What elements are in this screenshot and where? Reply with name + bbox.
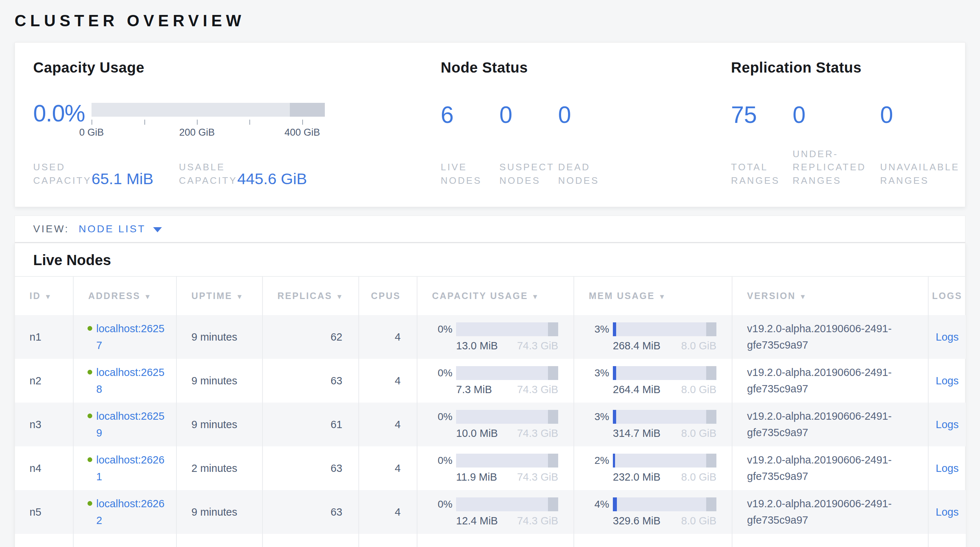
version-cell: v19.2.0-alpha.20190606-2491-gfe735c9a97 xyxy=(732,446,928,490)
column-header-address[interactable]: ADDRESS▼ xyxy=(73,277,177,315)
mem-usage-cell: 3% 264.4 MiB 8.0 GiB xyxy=(574,359,732,402)
capacity-percent-label: 0% xyxy=(431,411,456,423)
cpus-cell: 4 xyxy=(359,446,417,490)
logs-link[interactable]: Logs xyxy=(936,375,959,386)
capacity-usage-bar xyxy=(456,322,558,336)
node-list-dropdown[interactable]: NODE LIST xyxy=(79,223,162,235)
capacity-bar-dark-segment xyxy=(548,454,558,467)
capacity-percent: 0.0% xyxy=(33,100,92,127)
chevron-down-icon xyxy=(153,227,162,232)
capacity-usage-cell: 0% 12.4 MiB 74.3 GiB xyxy=(417,490,574,534)
mem-bar-fill xyxy=(613,454,615,467)
capacity-bar-dark-segment xyxy=(548,366,558,380)
capacity-usage-bar xyxy=(456,366,558,380)
capacity-percent-label: 0% xyxy=(431,498,456,510)
under-replicated-ranges-metric: 0 UNDER- REPLICATED RANGES xyxy=(792,102,880,187)
column-header-cpus[interactable]: CPUS xyxy=(359,277,417,315)
logs-cell: Logs xyxy=(928,402,966,446)
mem-bar-dark-segment xyxy=(706,410,716,424)
capacity-bar-dark-segment xyxy=(548,498,558,511)
mem-bar-dark-segment xyxy=(706,366,716,380)
column-header-version[interactable]: VERSION▼ xyxy=(732,277,928,315)
cluster-summary-card: Capacity Usage 0.0% xyxy=(14,42,966,207)
capacity-usage-bar xyxy=(456,454,558,467)
node-id-cell: n2 xyxy=(15,359,73,402)
mem-percent-label: 3% xyxy=(587,367,613,379)
column-header-replicas[interactable]: REPLICAS▼ xyxy=(262,277,359,315)
table-row: n5 localhost:26262 9 minutes 63 4 0% 12.… xyxy=(15,490,966,534)
view-toolbar: VIEW: NODE LIST xyxy=(14,216,966,243)
mem-bar-dark-segment xyxy=(706,498,716,511)
node-address-link[interactable]: localhost:26262 xyxy=(96,495,168,529)
suspect-nodes-label: SUSPECT NODES xyxy=(500,161,558,187)
capacity-total-value: 74.3 GiB xyxy=(517,515,558,527)
node-list-dropdown-label: NODE LIST xyxy=(79,223,146,235)
column-header-mem-usage[interactable]: MEM USAGE▼ xyxy=(574,277,732,315)
replication-status-section: Replication Status 75 TOTAL RANGES 0 UND… xyxy=(731,59,947,187)
column-header-uptime[interactable]: UPTIME▼ xyxy=(177,277,262,315)
mem-percent-label: 3% xyxy=(587,323,613,335)
capacity-percent-label: 0% xyxy=(431,367,456,379)
live-nodes-value: 6 xyxy=(441,102,500,128)
logs-cell: Logs xyxy=(928,315,966,359)
live-status-dot-icon xyxy=(88,413,92,418)
live-status-dot-icon xyxy=(88,370,92,375)
replication-status-title: Replication Status xyxy=(731,59,947,76)
capacity-percent-label: 0% xyxy=(431,455,456,466)
usable-capacity-stat: USABLE CAPACITY 445.6 GiB xyxy=(179,161,307,187)
used-capacity-stat: USED CAPACITY 65.1 MiB xyxy=(33,161,153,187)
capacity-usage-cell: 0% 13.0 MiB 74.3 GiB xyxy=(417,315,574,359)
mem-percent-label: 3% xyxy=(587,411,613,423)
node-address-cell: localhost:26261 xyxy=(73,446,177,490)
node-address-link[interactable]: localhost:26257 xyxy=(96,320,168,354)
replicas-cell: 63 xyxy=(262,490,359,534)
uptime-cell: 2 minutes xyxy=(177,446,262,490)
cluster-overview-page: CLUSTER OVERVIEW Capacity Usage 0.0% xyxy=(0,0,980,547)
column-header-capacity-usage[interactable]: CAPACITY USAGE▼ xyxy=(417,277,574,315)
column-header-id[interactable]: ID▼ xyxy=(15,277,73,315)
sort-desc-icon: ▼ xyxy=(531,293,539,301)
usable-capacity-value: 445.6 GiB xyxy=(237,171,307,187)
capacity-used-value: 11.9 MiB xyxy=(456,471,497,483)
live-nodes-table: ID▼ ADDRESS▼ UPTIME▼ REPLICAS▼ CPUS CAPA… xyxy=(15,276,966,547)
logs-cell: Logs xyxy=(928,490,966,534)
mem-bar-fill xyxy=(613,410,616,424)
used-capacity-label: USED CAPACITY xyxy=(33,161,92,187)
usable-capacity-label: USABLE CAPACITY xyxy=(179,161,237,187)
node-address-link[interactable]: localhost:26258 xyxy=(96,364,168,398)
suspect-nodes-value: 0 xyxy=(500,102,558,128)
mem-bar-fill xyxy=(613,498,617,511)
uptime-cell: 9 minutes xyxy=(177,359,262,402)
logs-link[interactable]: Logs xyxy=(936,463,959,474)
logs-link[interactable]: Logs xyxy=(936,419,959,430)
unavailable-ranges-label: UNAVAILABLE RANGES xyxy=(880,161,947,187)
total-ranges-metric: 75 TOTAL RANGES xyxy=(731,102,792,187)
live-nodes-metric: 6 LIVE NODES xyxy=(441,102,500,187)
node-id-cell: n1 xyxy=(15,315,73,359)
logs-link[interactable]: Logs xyxy=(936,506,959,518)
sort-desc-icon: ▼ xyxy=(45,293,52,301)
capacity-meter-dark-segment xyxy=(290,103,325,117)
version-cell: v19.2.0-alpha.20190606-2491-gfe735c9a97 xyxy=(732,490,928,534)
logs-cell: Logs xyxy=(928,359,966,402)
mem-used-value: 264.4 MiB xyxy=(613,384,660,396)
node-address-link[interactable]: localhost:26261 xyxy=(96,452,168,485)
live-status-dot-icon xyxy=(88,326,92,331)
mem-usage-bar xyxy=(613,498,716,511)
mem-total-value: 8.0 GiB xyxy=(681,471,716,483)
capacity-bar-dark-segment xyxy=(548,410,558,424)
dead-nodes-label: DEAD NODES xyxy=(558,161,617,187)
cpus-cell: 4 xyxy=(359,402,417,446)
node-address-link[interactable]: localhost:26259 xyxy=(96,408,168,442)
sort-desc-icon: ▼ xyxy=(800,293,808,301)
under-replicated-ranges-value: 0 xyxy=(792,102,880,128)
uptime-cell: 9 minutes xyxy=(177,490,262,534)
capacity-usage-bar xyxy=(456,498,558,511)
table-row: n3 localhost:26259 9 minutes 61 4 0% 10.… xyxy=(15,402,966,446)
uptime-cell: 9 minutes xyxy=(177,315,262,359)
capacity-usage-bar xyxy=(456,410,558,424)
logs-link[interactable]: Logs xyxy=(936,331,959,343)
mem-usage-bar xyxy=(613,366,716,380)
uptime-cell: 9 minutes xyxy=(177,402,262,446)
axis-label-200: 200 GiB xyxy=(179,127,215,138)
